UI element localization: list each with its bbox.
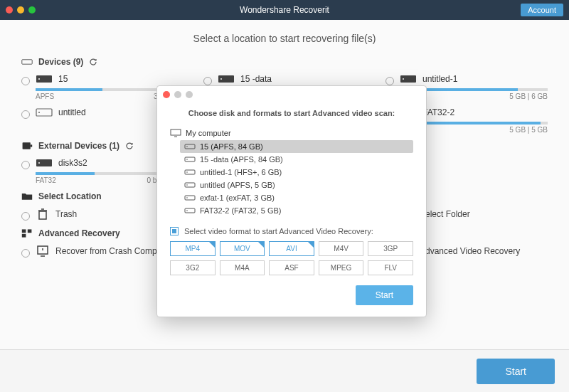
format-3gp[interactable]: 3GP	[368, 241, 413, 256]
svg-rect-25	[185, 144, 195, 149]
svg-point-26	[186, 146, 188, 147]
modal-close-button[interactable]	[163, 91, 170, 98]
svg-point-32	[186, 184, 188, 186]
format-mov[interactable]: MOV	[220, 241, 265, 256]
svg-rect-29	[185, 170, 195, 174]
svg-point-34	[186, 197, 188, 198]
format-3g2[interactable]: 3G2	[170, 260, 216, 275]
format-label: Select video format to start Advanced Vi…	[184, 227, 373, 235]
svg-rect-31	[185, 183, 195, 187]
tree-disk-item[interactable]: untitled (APFS, 5 GB)	[180, 179, 413, 191]
tree-root-label: My computer	[186, 129, 231, 137]
modal-maximize-button[interactable]	[186, 91, 193, 98]
disk-label: untitled-1 (HFS+, 6 GB)	[200, 168, 282, 176]
svg-rect-24	[171, 129, 181, 135]
format-mp4[interactable]: MP4	[170, 241, 216, 256]
tree-disk-item[interactable]: exfat-1 (exFAT, 3 GB)	[180, 191, 413, 204]
svg-rect-27	[185, 157, 195, 161]
hard-drive-icon	[184, 155, 196, 164]
hard-drive-icon	[184, 142, 196, 151]
format-grid: MP4 MOV AVI M4V 3GP 3G2 M4A ASF MPEG FLV	[170, 241, 413, 275]
disk-label: exfat-1 (exFAT, 3 GB)	[200, 194, 275, 202]
format-checkbox[interactable]	[170, 227, 179, 235]
modal-start-button[interactable]: Start	[356, 285, 413, 305]
format-m4v[interactable]: M4V	[319, 241, 364, 256]
format-asf[interactable]: ASF	[269, 260, 314, 275]
format-m4a[interactable]: M4A	[220, 260, 265, 275]
hard-drive-icon	[184, 194, 196, 202]
hard-drive-icon	[184, 206, 196, 215]
svg-point-36	[186, 210, 188, 211]
tree-disk-item[interactable]: untitled-1 (HFS+, 6 GB)	[180, 166, 413, 179]
modal-heading: Choose disk and formats to start Advance…	[170, 109, 413, 117]
tree-disk-item[interactable]: FAT32-2 (FAT32, 5 GB)	[180, 204, 413, 217]
tree-root[interactable]: My computer	[170, 129, 413, 137]
disk-label: 15 (APFS, 84 GB)	[200, 142, 263, 151]
svg-point-28	[186, 159, 188, 160]
svg-rect-33	[185, 196, 195, 200]
advanced-video-scan-modal: Choose disk and formats to start Advance…	[156, 85, 427, 317]
svg-point-30	[186, 171, 188, 173]
tree-disk-item[interactable]: 15 (APFS, 84 GB)	[180, 140, 413, 153]
disk-label: untitled (APFS, 5 GB)	[200, 181, 275, 189]
disk-label: 15 -data (APFS, 84 GB)	[200, 155, 283, 164]
modal-minimize-button[interactable]	[174, 91, 181, 98]
format-section: Select video format to start Advanced Vi…	[170, 227, 413, 275]
hard-drive-icon	[184, 168, 196, 176]
disk-label: FAT32-2 (FAT32, 5 GB)	[200, 206, 282, 215]
format-mpeg[interactable]: MPEG	[319, 260, 364, 275]
tree-disk-item[interactable]: 15 -data (APFS, 84 GB)	[180, 153, 413, 166]
svg-rect-35	[185, 208, 195, 213]
format-avi[interactable]: AVI	[269, 241, 314, 256]
disk-tree: 15 (APFS, 84 GB) 15 -data (APFS, 84 GB) …	[180, 140, 413, 217]
format-flv[interactable]: FLV	[368, 260, 413, 275]
modal-titlebar	[157, 86, 426, 103]
computer-icon	[170, 129, 181, 137]
hard-drive-icon	[184, 181, 196, 189]
